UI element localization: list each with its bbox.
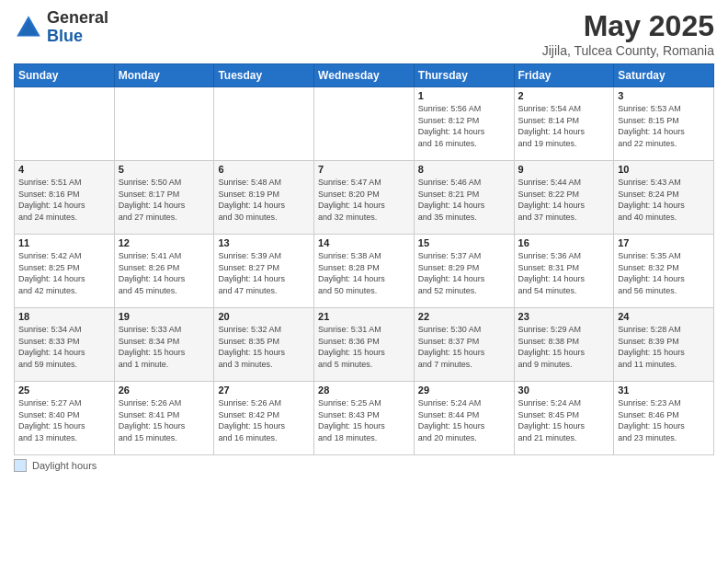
day-cell [214, 87, 314, 161]
day-info: Sunrise: 5:34 AM Sunset: 8:33 PM Dayligh… [18, 324, 110, 370]
day-info: Sunrise: 5:24 AM Sunset: 8:45 PM Dayligh… [518, 397, 610, 443]
day-info: Sunrise: 5:47 AM Sunset: 8:20 PM Dayligh… [318, 177, 410, 223]
day-info: Sunrise: 5:24 AM Sunset: 8:44 PM Dayligh… [418, 397, 510, 443]
day-info: Sunrise: 5:35 AM Sunset: 8:32 PM Dayligh… [618, 250, 710, 296]
day-info: Sunrise: 5:29 AM Sunset: 8:38 PM Dayligh… [518, 324, 610, 370]
day-info: Sunrise: 5:30 AM Sunset: 8:37 PM Dayligh… [418, 324, 510, 370]
col-header-saturday: Saturday [614, 64, 714, 87]
day-cell: 3Sunrise: 5:53 AM Sunset: 8:15 PM Daylig… [614, 87, 714, 161]
col-header-thursday: Thursday [414, 64, 514, 87]
col-header-sunday: Sunday [15, 64, 115, 87]
day-cell: 29Sunrise: 5:24 AM Sunset: 8:44 PM Dayli… [414, 382, 514, 455]
day-info: Sunrise: 5:46 AM Sunset: 8:21 PM Dayligh… [418, 177, 510, 223]
day-info: Sunrise: 5:39 AM Sunset: 8:27 PM Dayligh… [218, 250, 310, 296]
day-cell: 17Sunrise: 5:35 AM Sunset: 8:32 PM Dayli… [614, 235, 714, 308]
day-number: 19 [119, 311, 210, 322]
day-number: 4 [18, 164, 110, 175]
day-cell: 27Sunrise: 5:26 AM Sunset: 8:42 PM Dayli… [214, 382, 314, 455]
day-number: 15 [418, 237, 510, 248]
daylight-legend-box [14, 459, 27, 472]
day-number: 10 [618, 164, 710, 175]
day-info: Sunrise: 5:27 AM Sunset: 8:40 PM Dayligh… [18, 397, 110, 443]
logo: General Blue [14, 9, 108, 46]
day-cell: 22Sunrise: 5:30 AM Sunset: 8:37 PM Dayli… [414, 308, 514, 382]
day-number: 29 [418, 385, 510, 396]
day-cell: 11Sunrise: 5:42 AM Sunset: 8:25 PM Dayli… [15, 235, 115, 308]
day-cell [314, 87, 415, 161]
day-info: Sunrise: 5:37 AM Sunset: 8:29 PM Dayligh… [418, 250, 510, 296]
week-row-5: 25Sunrise: 5:27 AM Sunset: 8:40 PM Dayli… [15, 382, 714, 455]
daylight-legend-label: Daylight hours [32, 460, 97, 471]
day-number: 13 [218, 237, 310, 248]
day-cell: 13Sunrise: 5:39 AM Sunset: 8:27 PM Dayli… [214, 235, 314, 308]
day-cell: 25Sunrise: 5:27 AM Sunset: 8:40 PM Dayli… [15, 382, 115, 455]
day-cell: 23Sunrise: 5:29 AM Sunset: 8:38 PM Dayli… [514, 308, 614, 382]
day-cell: 7Sunrise: 5:47 AM Sunset: 8:20 PM Daylig… [314, 161, 415, 235]
day-info: Sunrise: 5:36 AM Sunset: 8:31 PM Dayligh… [518, 250, 610, 296]
day-info: Sunrise: 5:23 AM Sunset: 8:46 PM Dayligh… [618, 397, 710, 443]
month-title: May 2025 [542, 9, 714, 43]
day-cell: 6Sunrise: 5:48 AM Sunset: 8:19 PM Daylig… [214, 161, 314, 235]
day-cell: 26Sunrise: 5:26 AM Sunset: 8:41 PM Dayli… [114, 382, 214, 455]
day-info: Sunrise: 5:51 AM Sunset: 8:16 PM Dayligh… [18, 177, 110, 223]
day-cell: 24Sunrise: 5:28 AM Sunset: 8:39 PM Dayli… [614, 308, 714, 382]
day-number: 12 [119, 237, 210, 248]
day-info: Sunrise: 5:32 AM Sunset: 8:35 PM Dayligh… [218, 324, 310, 370]
day-cell: 4Sunrise: 5:51 AM Sunset: 8:16 PM Daylig… [15, 161, 115, 235]
day-number: 30 [518, 385, 610, 396]
day-number: 27 [218, 385, 310, 396]
day-info: Sunrise: 5:54 AM Sunset: 8:14 PM Dayligh… [518, 103, 610, 149]
calendar-table: SundayMondayTuesdayWednesdayThursdayFrid… [14, 63, 714, 455]
day-number: 26 [119, 385, 210, 396]
day-cell: 28Sunrise: 5:25 AM Sunset: 8:43 PM Dayli… [314, 382, 415, 455]
day-number: 22 [418, 311, 510, 322]
day-cell: 16Sunrise: 5:36 AM Sunset: 8:31 PM Dayli… [514, 235, 614, 308]
day-number: 6 [218, 164, 310, 175]
day-number: 3 [618, 90, 710, 101]
day-cell: 21Sunrise: 5:31 AM Sunset: 8:36 PM Dayli… [314, 308, 415, 382]
day-info: Sunrise: 5:26 AM Sunset: 8:42 PM Dayligh… [218, 397, 310, 443]
day-number: 14 [318, 237, 410, 248]
col-header-tuesday: Tuesday [214, 64, 314, 87]
day-info: Sunrise: 5:56 AM Sunset: 8:12 PM Dayligh… [418, 103, 510, 149]
col-header-monday: Monday [114, 64, 214, 87]
day-number: 16 [518, 237, 610, 248]
day-info: Sunrise: 5:33 AM Sunset: 8:34 PM Dayligh… [119, 324, 210, 370]
week-row-2: 4Sunrise: 5:51 AM Sunset: 8:16 PM Daylig… [15, 161, 714, 235]
day-number: 8 [418, 164, 510, 175]
day-info: Sunrise: 5:44 AM Sunset: 8:22 PM Dayligh… [518, 177, 610, 223]
day-cell: 9Sunrise: 5:44 AM Sunset: 8:22 PM Daylig… [514, 161, 614, 235]
day-number: 9 [518, 164, 610, 175]
day-cell: 5Sunrise: 5:50 AM Sunset: 8:17 PM Daylig… [114, 161, 214, 235]
day-cell: 15Sunrise: 5:37 AM Sunset: 8:29 PM Dayli… [414, 235, 514, 308]
week-row-4: 18Sunrise: 5:34 AM Sunset: 8:33 PM Dayli… [15, 308, 714, 382]
title-block: May 2025 Jijila, Tulcea County, Romania [542, 9, 714, 58]
day-info: Sunrise: 5:48 AM Sunset: 8:19 PM Dayligh… [218, 177, 310, 223]
day-cell: 2Sunrise: 5:54 AM Sunset: 8:14 PM Daylig… [514, 87, 614, 161]
logo-blue-text: Blue [47, 28, 108, 46]
header-row: SundayMondayTuesdayWednesdayThursdayFrid… [15, 64, 714, 87]
day-cell: 31Sunrise: 5:23 AM Sunset: 8:46 PM Dayli… [614, 382, 714, 455]
day-cell: 1Sunrise: 5:56 AM Sunset: 8:12 PM Daylig… [414, 87, 514, 161]
day-cell: 30Sunrise: 5:24 AM Sunset: 8:45 PM Dayli… [514, 382, 614, 455]
header: General Blue May 2025 Jijila, Tulcea Cou… [14, 9, 714, 58]
day-cell [114, 87, 214, 161]
day-number: 21 [318, 311, 410, 322]
day-number: 18 [18, 311, 110, 322]
day-cell: 20Sunrise: 5:32 AM Sunset: 8:35 PM Dayli… [214, 308, 314, 382]
day-info: Sunrise: 5:26 AM Sunset: 8:41 PM Dayligh… [119, 397, 210, 443]
logo-icon [14, 13, 43, 42]
day-info: Sunrise: 5:53 AM Sunset: 8:15 PM Dayligh… [618, 103, 710, 149]
day-info: Sunrise: 5:42 AM Sunset: 8:25 PM Dayligh… [18, 250, 110, 296]
day-number: 31 [618, 385, 710, 396]
day-cell [15, 87, 115, 161]
logo-text: General Blue [47, 9, 108, 46]
day-info: Sunrise: 5:28 AM Sunset: 8:39 PM Dayligh… [618, 324, 710, 370]
day-number: 23 [518, 311, 610, 322]
day-info: Sunrise: 5:31 AM Sunset: 8:36 PM Dayligh… [318, 324, 410, 370]
page: General Blue May 2025 Jijila, Tulcea Cou… [0, 0, 728, 563]
day-cell: 14Sunrise: 5:38 AM Sunset: 8:28 PM Dayli… [314, 235, 415, 308]
day-number: 5 [119, 164, 210, 175]
day-number: 11 [18, 237, 110, 248]
day-number: 1 [418, 90, 510, 101]
